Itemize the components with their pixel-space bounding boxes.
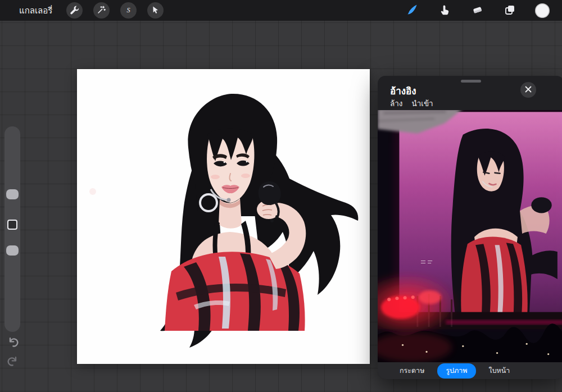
undo-arrow-icon — [7, 341, 19, 350]
artwork-illustration — [77, 69, 370, 364]
x-icon — [525, 86, 532, 94]
reference-tab-bar: กระดาษ รูปภาพ ใบหน้า — [378, 362, 562, 379]
tab-face[interactable]: ใบหน้า — [481, 363, 519, 379]
reference-panel: อ้างอิง ล้าง นำเข้า — [378, 76, 562, 379]
transform-arrow-icon — [151, 5, 160, 16]
redo-button[interactable] — [7, 355, 19, 367]
transform-button[interactable] — [147, 2, 164, 19]
gallery-button[interactable]: แกลเลอรี่ — [19, 4, 52, 17]
drawing-canvas[interactable] — [77, 69, 370, 364]
brush-opacity-slider[interactable] — [6, 245, 19, 256]
close-button[interactable] — [520, 82, 536, 98]
topbar-left: แกลเลอรี่ — [7, 2, 164, 19]
drag-handle[interactable] — [461, 80, 481, 83]
color-button[interactable] — [535, 3, 550, 18]
panel-title: อ้างอิง — [390, 83, 416, 98]
actions-button[interactable] — [66, 2, 83, 19]
smudge-tool-button[interactable] — [437, 3, 452, 18]
selection-s-icon: S — [124, 5, 133, 16]
brush-icon — [406, 3, 418, 17]
topbar-right — [405, 3, 550, 18]
adjustments-button[interactable] — [93, 2, 110, 19]
undo-button[interactable] — [7, 336, 19, 348]
eraser-icon — [472, 4, 483, 17]
color-disc-icon — [535, 3, 550, 18]
tab-canvas[interactable]: กระดาษ — [391, 363, 433, 379]
smudge-finger-icon — [439, 4, 451, 17]
tab-image[interactable]: รูปภาพ — [437, 363, 475, 379]
brush-size-slider[interactable] — [6, 189, 19, 199]
wrench-icon — [70, 5, 79, 16]
redo-arrow-icon — [7, 361, 19, 369]
layers-button[interactable] — [502, 3, 517, 18]
clear-button[interactable]: ล้าง — [390, 97, 402, 110]
workspace: อ้างอิง ล้าง นำเข้า — [0, 21, 562, 392]
svg-text:S: S — [127, 6, 130, 13]
topbar: แกลเลอรี่ — [0, 0, 562, 21]
concert-photo — [378, 110, 562, 362]
selection-button[interactable]: S — [120, 2, 137, 19]
brush-slider-rail[interactable] — [4, 126, 20, 332]
panel-actions: ล้าง นำเข้า — [390, 97, 433, 110]
procreate-app: แกลเลอรี่ — [0, 0, 562, 392]
reference-image[interactable] — [378, 110, 562, 362]
magic-wand-icon — [97, 5, 106, 16]
layers-icon — [504, 4, 516, 17]
erase-tool-button[interactable] — [470, 3, 484, 18]
import-button[interactable]: นำเข้า — [411, 97, 433, 110]
paint-tool-button[interactable] — [405, 3, 419, 18]
modify-button[interactable] — [7, 220, 17, 230]
